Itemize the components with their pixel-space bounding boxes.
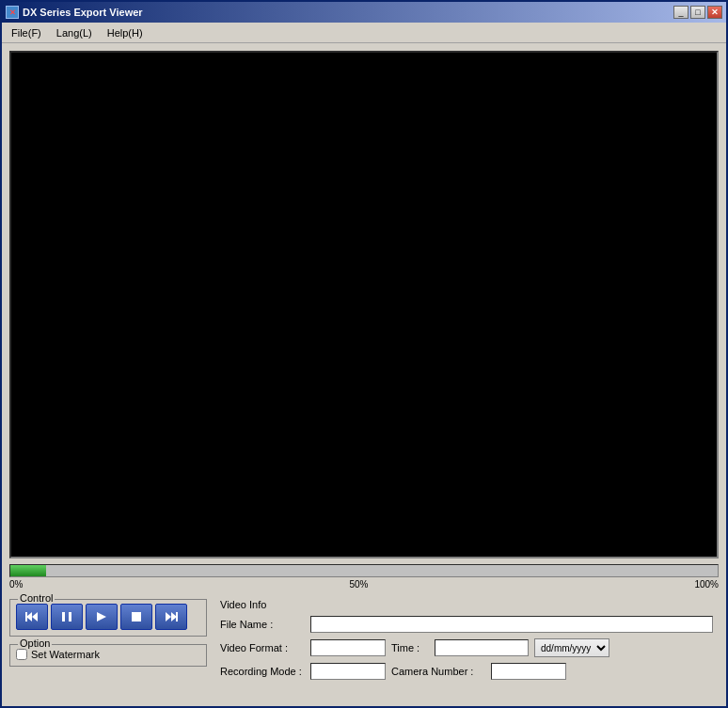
rewind-button[interactable] <box>16 604 48 630</box>
progress-container: 0% 50% 100% <box>9 564 719 590</box>
watermark-label[interactable]: Set Watermark <box>31 649 100 660</box>
stop-button[interactable] <box>120 604 152 630</box>
file-name-label: File Name : <box>220 619 305 630</box>
fast-forward-button[interactable] <box>155 604 187 630</box>
stop-icon <box>129 610 144 623</box>
main-content: 0% 50% 100% Control <box>2 43 726 706</box>
title-bar-left: ✕ DX Series Export Viewer <box>6 6 143 19</box>
progress-labels: 0% 50% 100% <box>9 579 719 590</box>
window-title: DX Series Export Viewer <box>23 7 143 18</box>
bottom-panels: Control <box>9 595 719 699</box>
progress-track[interactable] <box>9 564 719 577</box>
minimize-button[interactable]: _ <box>673 6 688 19</box>
time-input[interactable] <box>435 639 529 656</box>
main-window: ✕ DX Series Export Viewer _ □ ✕ File(F) … <box>0 0 728 708</box>
progress-fill <box>10 565 46 576</box>
menu-file[interactable]: File(F) <box>4 25 49 40</box>
time-label: Time : <box>391 642 429 653</box>
video-display <box>9 51 719 559</box>
pause-button[interactable] <box>51 604 83 630</box>
control-panel: Control <box>9 599 207 637</box>
svg-rect-6 <box>132 612 141 621</box>
svg-rect-2 <box>25 612 27 621</box>
control-label: Control <box>18 592 55 604</box>
menu-bar: File(F) Lang(L) Help(H) <box>2 23 726 43</box>
camera-number-input[interactable] <box>491 663 566 680</box>
option-label: Option <box>18 637 52 649</box>
date-format-select[interactable]: dd/mm/yyyy mm/dd/yyyy yyyy/mm/dd <box>534 638 609 657</box>
svg-marker-5 <box>97 612 106 621</box>
svg-rect-4 <box>69 612 71 621</box>
watermark-checkbox[interactable] <box>16 649 27 660</box>
app-icon: ✕ <box>6 6 19 19</box>
recording-mode-input[interactable] <box>310 663 386 680</box>
maximize-button[interactable]: □ <box>690 6 705 19</box>
watermark-row: Set Watermark <box>16 649 200 660</box>
rewind-icon <box>24 610 40 623</box>
camera-number-label: Camera Number : <box>391 666 485 677</box>
svg-marker-7 <box>166 612 171 621</box>
video-info-label: Video Info <box>220 599 713 610</box>
recording-camera-row: Recording Mode : Camera Number : <box>220 663 713 680</box>
file-name-input[interactable] <box>310 616 713 633</box>
recording-mode-label: Recording Mode : <box>220 666 305 677</box>
video-format-time-row: Video Format : Time : dd/mm/yyyy mm/dd/y… <box>220 638 713 657</box>
transport-buttons <box>16 604 200 630</box>
svg-rect-3 <box>62 612 65 621</box>
svg-marker-1 <box>32 612 38 621</box>
file-name-row: File Name : <box>220 616 713 633</box>
progress-label-mid: 50% <box>349 579 368 590</box>
info-panel: Video Info File Name : Video Format : Ti… <box>214 595 719 699</box>
video-format-input[interactable] <box>310 639 386 656</box>
title-bar-buttons: _ □ ✕ <box>673 6 722 19</box>
progress-label-start: 0% <box>9 579 23 590</box>
progress-label-end: 100% <box>694 579 719 590</box>
svg-rect-9 <box>176 612 178 621</box>
menu-lang[interactable]: Lang(L) <box>49 25 100 40</box>
fast-forward-icon <box>164 610 179 623</box>
title-bar: ✕ DX Series Export Viewer _ □ ✕ <box>2 2 726 23</box>
close-button[interactable]: ✕ <box>707 6 722 19</box>
pause-icon <box>59 610 74 623</box>
option-panel: Option Set Watermark <box>9 644 207 667</box>
play-icon <box>94 610 109 623</box>
video-format-label: Video Format : <box>220 642 305 653</box>
menu-help[interactable]: Help(H) <box>100 25 150 40</box>
play-button[interactable] <box>86 604 118 630</box>
